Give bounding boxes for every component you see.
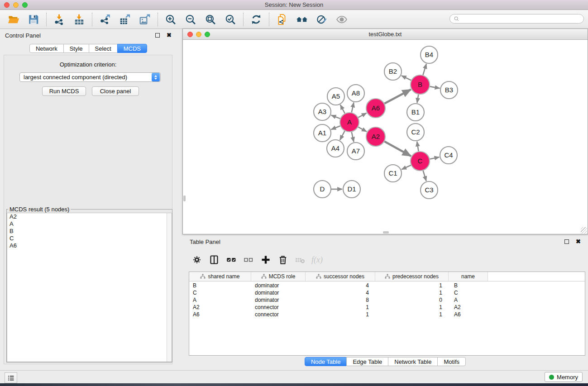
node-D1[interactable]: D1: [343, 181, 360, 198]
node-B4[interactable]: B4: [421, 46, 438, 63]
edge-C-C3[interactable]: [423, 171, 426, 181]
table-cell[interactable]: dominator: [251, 297, 306, 304]
tab-node-table[interactable]: Node Table: [305, 357, 347, 366]
node-C4[interactable]: C4: [440, 147, 457, 164]
network-document-button[interactable]: [272, 12, 292, 27]
table-cell[interactable]: A6: [449, 311, 488, 319]
save-button[interactable]: [24, 12, 43, 27]
table-cell[interactable]: A2: [189, 304, 251, 311]
edge-A2-C[interactable]: [384, 142, 411, 156]
edge-A-A5[interactable]: [340, 105, 345, 114]
edge-A-A4[interactable]: [340, 131, 345, 140]
refresh-button[interactable]: [246, 12, 266, 27]
uncheck-pair-button[interactable]: [242, 253, 254, 267]
close-network-window-button[interactable]: [187, 32, 193, 37]
close-panel-icon[interactable]: ✖: [167, 33, 172, 38]
tab-network-table[interactable]: Network Table: [388, 357, 438, 366]
minimize-window-button[interactable]: [13, 2, 19, 8]
column-header-predecessor-nodes[interactable]: predecessor nodes: [375, 272, 449, 281]
edge-B-B3[interactable]: [430, 86, 440, 88]
network-canvas[interactable]: B4B2BB3A5A8A6A3B1AC2A1A2A4A7C4CC1C3DD1: [183, 40, 588, 234]
homes-button[interactable]: [292, 12, 312, 27]
table-cell[interactable]: A2: [449, 304, 488, 311]
node-C2[interactable]: C2: [407, 124, 424, 141]
network-window-titlebar[interactable]: testGlobe.txt: [183, 29, 588, 40]
tab-network[interactable]: Network: [29, 44, 64, 53]
mcds-result-list[interactable]: A2ABCA6: [7, 213, 172, 362]
node-A[interactable]: A: [340, 113, 359, 132]
table-cell[interactable]: 4: [306, 290, 375, 297]
table-cell[interactable]: B: [449, 282, 488, 290]
table-row[interactable]: Adominator80A: [189, 297, 585, 304]
import-table-button[interactable]: [69, 12, 89, 27]
float-table-panel-icon[interactable]: [564, 239, 569, 244]
node-C1[interactable]: C1: [384, 165, 402, 182]
table-row[interactable]: A6connector11A6: [189, 311, 585, 319]
columns-button[interactable]: [208, 253, 220, 267]
table-row[interactable]: A2connector11A2: [189, 304, 585, 311]
table-cell[interactable]: dominator: [251, 290, 306, 297]
node-B2[interactable]: B2: [384, 63, 402, 80]
toggle-labels-button[interactable]: [312, 12, 332, 27]
memory-button[interactable]: Memory: [545, 372, 583, 382]
edge-A-A6[interactable]: [358, 113, 366, 118]
node-C3[interactable]: C3: [421, 181, 438, 199]
vertical-scroll-thumb[interactable]: [183, 195, 186, 201]
table-cell[interactable]: 0: [375, 297, 449, 304]
table-row[interactable]: Cdominator41C: [189, 290, 585, 297]
gear-button[interactable]: [191, 253, 203, 267]
edge-B-B1[interactable]: [417, 95, 418, 103]
table-cell[interactable]: C: [449, 290, 488, 297]
table-cell[interactable]: B: [189, 282, 251, 290]
node-C[interactable]: C: [411, 152, 430, 171]
tab-select[interactable]: Select: [89, 44, 118, 53]
zoom-network-window-button[interactable]: [205, 32, 210, 37]
edge-C-C2[interactable]: [417, 142, 418, 152]
zoom-fit-button[interactable]: [201, 12, 220, 27]
export-table-button[interactable]: [115, 12, 135, 27]
search-input[interactable]: [460, 15, 583, 23]
resize-grip-icon[interactable]: [581, 227, 587, 234]
edge-A-A3[interactable]: [331, 115, 340, 119]
close-panel-button[interactable]: Close panel: [92, 86, 139, 96]
edge-A-A1[interactable]: [331, 126, 340, 129]
zoom-out-button[interactable]: [181, 12, 201, 27]
minimize-network-window-button[interactable]: [196, 32, 201, 37]
column-header-mcds-role[interactable]: MCDS role: [251, 272, 306, 281]
plus-button[interactable]: [259, 253, 272, 267]
trash-button[interactable]: [277, 253, 289, 267]
zoom-window-button[interactable]: [22, 2, 28, 8]
node-A5[interactable]: A5: [327, 88, 344, 105]
table-cell[interactable]: 1: [375, 290, 449, 297]
close-table-panel-icon[interactable]: ✖: [576, 239, 581, 244]
export-image-button[interactable]: [135, 12, 155, 27]
node-A1[interactable]: A1: [314, 124, 331, 142]
task-history-button[interactable]: [5, 372, 17, 383]
edge-B-B2[interactable]: [402, 76, 411, 80]
run-mcds-button[interactable]: Run MCDS: [42, 86, 86, 96]
result-list-scrollbar[interactable]: [167, 213, 172, 362]
network-graph[interactable]: B4B2BB3A5A8A6A3B1AC2A1A2A4A7C4CC1C3DD1: [183, 40, 588, 234]
zoom-in-button[interactable]: [161, 12, 181, 27]
eye-button[interactable]: [332, 12, 352, 27]
tab-edge-table[interactable]: Edge Table: [346, 357, 388, 366]
node-B1[interactable]: B1: [407, 104, 424, 121]
mcds-result-item[interactable]: A2: [7, 213, 172, 220]
node-A4[interactable]: A4: [327, 140, 344, 157]
edge-A-A8[interactable]: [352, 103, 354, 113]
table-row[interactable]: Bdominator41B: [189, 282, 585, 290]
edge-A6-B[interactable]: [384, 90, 411, 104]
node-D[interactable]: D: [314, 181, 331, 198]
close-window-button[interactable]: [4, 2, 10, 8]
table-cell[interactable]: 1: [306, 304, 375, 311]
import-network-button[interactable]: [49, 12, 69, 27]
check-pair-button[interactable]: [225, 253, 237, 267]
mcds-result-item[interactable]: A6: [7, 242, 172, 249]
edge-C-C1[interactable]: [402, 165, 411, 169]
mcds-result-item[interactable]: C: [7, 235, 172, 242]
open-folder-button[interactable]: [4, 12, 24, 27]
table-cell[interactable]: connector: [251, 304, 306, 311]
table-cell[interactable]: A6: [189, 311, 251, 319]
zoom-selected-button[interactable]: [220, 12, 240, 27]
table-cell[interactable]: 1: [375, 311, 449, 319]
